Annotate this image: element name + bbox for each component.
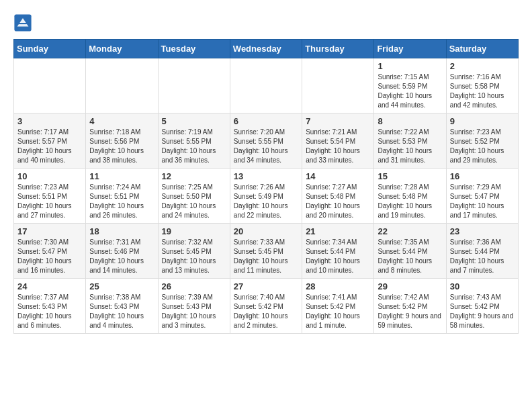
calendar-cell: 7Sunrise: 7:21 AM Sunset: 5:54 PM Daylig…	[302, 113, 374, 169]
day-number: 26	[162, 281, 226, 291]
day-number: 27	[234, 281, 298, 291]
calendar-cell: 10Sunrise: 7:23 AM Sunset: 5:51 PM Dayli…	[14, 169, 86, 224]
calendar-cell: 23Sunrise: 7:36 AM Sunset: 5:44 PM Dayli…	[446, 224, 518, 279]
day-info: Sunrise: 7:39 AM Sunset: 5:43 PM Dayligh…	[162, 293, 226, 330]
day-number: 14	[306, 171, 370, 181]
day-info: Sunrise: 7:23 AM Sunset: 5:52 PM Dayligh…	[450, 128, 515, 165]
day-info: Sunrise: 7:16 AM Sunset: 5:58 PM Dayligh…	[450, 73, 515, 110]
day-number: 17	[17, 226, 82, 236]
day-number: 18	[89, 226, 154, 236]
day-number: 25	[89, 281, 154, 291]
day-number: 28	[306, 281, 370, 291]
day-info: Sunrise: 7:29 AM Sunset: 5:47 PM Dayligh…	[450, 183, 515, 220]
svg-rect-2	[17, 23, 29, 24]
day-info: Sunrise: 7:18 AM Sunset: 5:56 PM Dayligh…	[89, 128, 154, 165]
day-info: Sunrise: 7:36 AM Sunset: 5:44 PM Dayligh…	[450, 238, 515, 275]
calendar-table: SundayMondayTuesdayWednesdayThursdayFrid…	[13, 39, 519, 334]
day-info: Sunrise: 7:43 AM Sunset: 5:42 PM Dayligh…	[450, 293, 515, 330]
calendar-header: SundayMondayTuesdayWednesdayThursdayFrid…	[14, 40, 519, 58]
calendar-cell: 1Sunrise: 7:15 AM Sunset: 5:59 PM Daylig…	[374, 58, 446, 113]
calendar-cell: 2Sunrise: 7:16 AM Sunset: 5:58 PM Daylig…	[446, 58, 518, 113]
day-number: 20	[234, 226, 298, 236]
day-number: 2	[450, 61, 515, 71]
calendar-cell: 26Sunrise: 7:39 AM Sunset: 5:43 PM Dayli…	[158, 279, 230, 334]
day-info: Sunrise: 7:20 AM Sunset: 5:55 PM Dayligh…	[234, 128, 298, 165]
calendar-cell: 12Sunrise: 7:25 AM Sunset: 5:50 PM Dayli…	[158, 169, 230, 224]
day-info: Sunrise: 7:24 AM Sunset: 5:51 PM Dayligh…	[89, 183, 154, 220]
calendar-cell: 25Sunrise: 7:38 AM Sunset: 5:43 PM Dayli…	[86, 279, 158, 334]
day-number: 24	[17, 281, 82, 291]
weekday-wednesday: Wednesday	[230, 40, 302, 58]
day-info: Sunrise: 7:42 AM Sunset: 5:42 PM Dayligh…	[378, 293, 442, 330]
day-number: 5	[162, 116, 226, 126]
logo	[13, 13, 34, 32]
calendar-cell: 3Sunrise: 7:17 AM Sunset: 5:57 PM Daylig…	[14, 113, 86, 169]
calendar-cell: 20Sunrise: 7:33 AM Sunset: 5:45 PM Dayli…	[230, 224, 302, 279]
weekday-saturday: Saturday	[446, 40, 518, 58]
weekday-friday: Friday	[374, 40, 446, 58]
day-number: 13	[234, 171, 298, 181]
day-number: 10	[17, 171, 82, 181]
page-header	[13, 13, 519, 32]
calendar-cell: 15Sunrise: 7:28 AM Sunset: 5:48 PM Dayli…	[374, 169, 446, 224]
calendar-cell: 27Sunrise: 7:40 AM Sunset: 5:42 PM Dayli…	[230, 279, 302, 334]
weekday-sunday: Sunday	[14, 40, 86, 58]
calendar-cell: 17Sunrise: 7:30 AM Sunset: 5:47 PM Dayli…	[14, 224, 86, 279]
calendar-cell: 24Sunrise: 7:37 AM Sunset: 5:43 PM Dayli…	[14, 279, 86, 334]
day-info: Sunrise: 7:30 AM Sunset: 5:47 PM Dayligh…	[17, 238, 82, 275]
calendar-cell	[230, 58, 302, 113]
day-info: Sunrise: 7:25 AM Sunset: 5:50 PM Dayligh…	[162, 183, 226, 220]
calendar-cell: 19Sunrise: 7:32 AM Sunset: 5:45 PM Dayli…	[158, 224, 230, 279]
calendar-cell	[302, 58, 374, 113]
weekday-thursday: Thursday	[302, 40, 374, 58]
day-number: 22	[378, 226, 442, 236]
logo-icon	[13, 13, 32, 32]
week-row-1: 1Sunrise: 7:15 AM Sunset: 5:59 PM Daylig…	[14, 58, 519, 113]
calendar-cell: 21Sunrise: 7:34 AM Sunset: 5:44 PM Dayli…	[302, 224, 374, 279]
day-number: 11	[89, 171, 154, 181]
calendar-cell: 18Sunrise: 7:31 AM Sunset: 5:46 PM Dayli…	[86, 224, 158, 279]
week-row-5: 24Sunrise: 7:37 AM Sunset: 5:43 PM Dayli…	[14, 279, 519, 334]
day-info: Sunrise: 7:15 AM Sunset: 5:59 PM Dayligh…	[378, 73, 442, 110]
week-row-2: 3Sunrise: 7:17 AM Sunset: 5:57 PM Daylig…	[14, 113, 519, 169]
day-number: 16	[450, 171, 515, 181]
day-info: Sunrise: 7:35 AM Sunset: 5:44 PM Dayligh…	[378, 238, 442, 275]
day-number: 23	[450, 226, 515, 236]
day-number: 9	[450, 116, 515, 126]
weekday-tuesday: Tuesday	[158, 40, 230, 58]
calendar-cell: 22Sunrise: 7:35 AM Sunset: 5:44 PM Dayli…	[374, 224, 446, 279]
calendar-cell	[158, 58, 230, 113]
calendar-cell: 13Sunrise: 7:26 AM Sunset: 5:49 PM Dayli…	[230, 169, 302, 224]
calendar-cell: 30Sunrise: 7:43 AM Sunset: 5:42 PM Dayli…	[446, 279, 518, 334]
day-number: 6	[234, 116, 298, 126]
day-info: Sunrise: 7:22 AM Sunset: 5:53 PM Dayligh…	[378, 128, 442, 165]
calendar-cell	[86, 58, 158, 113]
day-number: 3	[17, 116, 82, 126]
day-info: Sunrise: 7:19 AM Sunset: 5:55 PM Dayligh…	[162, 128, 226, 165]
calendar-cell: 28Sunrise: 7:41 AM Sunset: 5:42 PM Dayli…	[302, 279, 374, 334]
calendar-cell: 8Sunrise: 7:22 AM Sunset: 5:53 PM Daylig…	[374, 113, 446, 169]
day-info: Sunrise: 7:40 AM Sunset: 5:42 PM Dayligh…	[234, 293, 298, 330]
day-number: 29	[378, 281, 442, 291]
calendar-cell: 11Sunrise: 7:24 AM Sunset: 5:51 PM Dayli…	[86, 169, 158, 224]
day-info: Sunrise: 7:31 AM Sunset: 5:46 PM Dayligh…	[89, 238, 154, 275]
calendar-cell: 5Sunrise: 7:19 AM Sunset: 5:55 PM Daylig…	[158, 113, 230, 169]
day-info: Sunrise: 7:34 AM Sunset: 5:44 PM Dayligh…	[306, 238, 370, 275]
day-info: Sunrise: 7:27 AM Sunset: 5:48 PM Dayligh…	[306, 183, 370, 220]
day-info: Sunrise: 7:26 AM Sunset: 5:49 PM Dayligh…	[234, 183, 298, 220]
day-number: 1	[378, 61, 442, 71]
calendar-cell	[14, 58, 86, 113]
day-info: Sunrise: 7:28 AM Sunset: 5:48 PM Dayligh…	[378, 183, 442, 220]
day-number: 8	[378, 116, 442, 126]
day-info: Sunrise: 7:37 AM Sunset: 5:43 PM Dayligh…	[17, 293, 82, 330]
day-number: 21	[306, 226, 370, 236]
day-info: Sunrise: 7:33 AM Sunset: 5:45 PM Dayligh…	[234, 238, 298, 275]
calendar-cell: 16Sunrise: 7:29 AM Sunset: 5:47 PM Dayli…	[446, 169, 518, 224]
weekday-monday: Monday	[86, 40, 158, 58]
calendar-cell: 6Sunrise: 7:20 AM Sunset: 5:55 PM Daylig…	[230, 113, 302, 169]
calendar-body: 1Sunrise: 7:15 AM Sunset: 5:59 PM Daylig…	[14, 58, 519, 334]
day-info: Sunrise: 7:38 AM Sunset: 5:43 PM Dayligh…	[89, 293, 154, 330]
day-info: Sunrise: 7:21 AM Sunset: 5:54 PM Dayligh…	[306, 128, 370, 165]
day-number: 7	[306, 116, 370, 126]
day-info: Sunrise: 7:23 AM Sunset: 5:51 PM Dayligh…	[17, 183, 82, 220]
